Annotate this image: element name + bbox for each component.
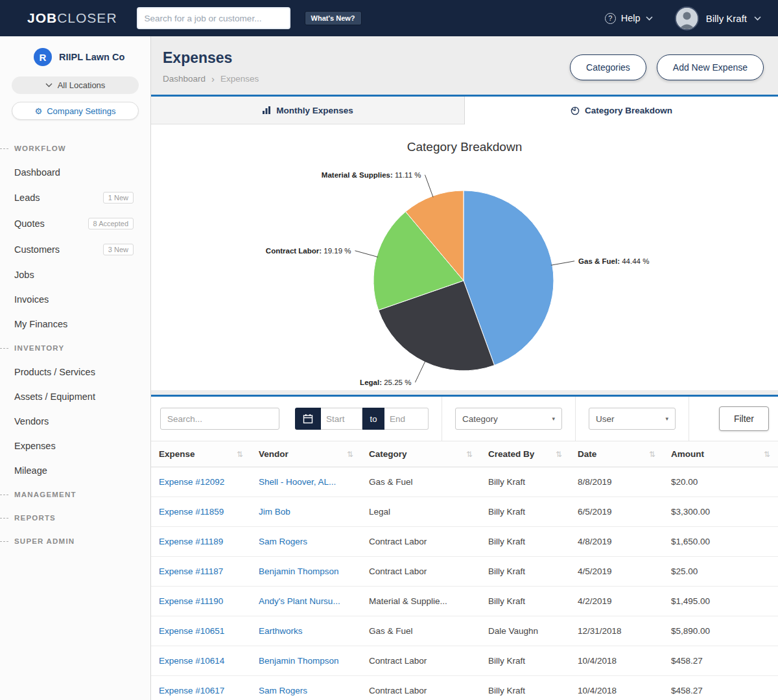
date-cell: 4/2/2019 [570,587,663,616]
column-header-date[interactable]: Date⇅ [570,441,663,467]
breadcrumb-dashboard[interactable]: Dashboard [163,74,206,84]
section-dash [0,541,8,542]
table-row[interactable]: Expense #11859 Jim Bob Legal Billy Kraft… [151,497,778,527]
amount-cell: $20.00 [663,467,778,496]
vendor-link[interactable]: Shell - Hoover, AL... [251,467,361,496]
whats-new-button[interactable]: What's New? [305,11,362,25]
category-cell: Contract Labor [361,557,480,586]
table-row[interactable]: Expense #11189 Sam Rogers Contract Labor… [151,527,778,557]
expense-link[interactable]: Expense #10617 [151,676,251,700]
vendor-link[interactable]: Benjamin Thompson [251,557,361,586]
column-header-category[interactable]: Category⇅ [361,441,480,467]
company-settings-button[interactable]: ⚙ Company Settings [12,102,139,120]
user-menu[interactable]: Billy Kraft [675,6,761,30]
category-breakdown-chart-panel: Category Breakdown Gas & Fuel: 44.44 %Le… [151,124,778,390]
panel-gap [151,390,778,395]
filter-button[interactable]: Filter [719,406,769,431]
table-row[interactable]: Expense #12092 Shell - Hoover, AL... Gas… [151,467,778,497]
pie-leader-line [415,361,425,382]
vendor-link[interactable]: Andy's Plant Nursu... [251,587,361,616]
all-locations-dropdown[interactable]: All Locations [12,76,139,94]
sidebar-item-leads[interactable]: Leads 1 New [0,185,150,211]
help-menu[interactable]: ? Help [605,13,653,24]
amount-cell: $3,300.00 [663,497,778,526]
chevron-down-icon [754,16,761,21]
expense-link[interactable]: Expense #11190 [151,587,251,616]
created-by-cell: Billy Kraft [480,527,570,556]
sidebar-item-invoices[interactable]: Invoices [0,287,150,312]
global-search-input[interactable] [137,7,290,29]
section-heading-management[interactable]: MANAGEMENT [0,483,150,506]
bar-chart-icon [262,106,271,115]
pie-slice-label: Contract Labor: 19.19 % [266,247,351,255]
table-search-input[interactable] [160,408,279,430]
created-by-cell: Billy Kraft [480,497,570,526]
company-name: RIIPL Lawn Co [59,52,124,62]
section-heading-reports[interactable]: REPORTS [0,506,150,530]
created-by-cell: Billy Kraft [480,467,570,496]
sidebar: R RIIPL Lawn Co All Locations ⚙ Company … [0,36,151,700]
categories-button[interactable]: Categories [570,54,646,80]
sidebar-item-customers[interactable]: Customers 3 New [0,237,150,262]
expense-link[interactable]: Expense #12092 [151,467,251,496]
sidebar-item-jobs[interactable]: Jobs [0,262,150,287]
person-icon [676,8,698,29]
date-cell: 4/8/2019 [570,527,663,556]
column-header-amount[interactable]: Amount⇅ [663,441,778,467]
expense-link[interactable]: Expense #10614 [151,646,251,675]
leads-badge: 1 New [103,192,134,204]
sidebar-item-mileage[interactable]: Mileage [0,458,150,483]
vendor-link[interactable]: Sam Rogers [251,527,361,556]
start-date-input[interactable] [321,408,362,430]
category-select[interactable]: Category ▾ [455,408,562,430]
table-row[interactable]: Expense #11187 Benjamin Thompson Contrac… [151,557,778,587]
filter-divider [575,397,576,441]
calendar-button[interactable] [295,408,321,430]
column-header-vendor[interactable]: Vendor⇅ [251,441,361,467]
category-cell: Legal [361,497,480,526]
table-row[interactable]: Expense #11190 Andy's Plant Nursu... Mat… [151,587,778,616]
sidebar-item-expenses[interactable]: Expenses [0,434,150,458]
section-heading-super-admin[interactable]: SUPER ADMIN [0,530,150,553]
tab-monthly-expenses[interactable]: Monthly Expenses [151,97,464,124]
navbar-right: ? Help Billy Kraft [605,6,761,30]
category-cell: Contract Labor [361,527,480,556]
amount-cell: $25.00 [663,557,778,586]
vendor-link[interactable]: Benjamin Thompson [251,646,361,675]
expense-link[interactable]: Expense #11859 [151,497,251,526]
table-row[interactable]: Expense #10651 Earthworks Gas & Fuel Dal… [151,616,778,646]
tab-category-breakdown[interactable]: Category Breakdown [464,97,778,124]
pie-leader-line [425,175,433,198]
sidebar-item-my-finances[interactable]: My Finances [0,312,150,336]
quotes-badge: 8 Accepted [88,218,134,229]
sort-icon: ⇅ [466,450,473,459]
date-cell: 4/5/2019 [570,557,663,586]
vendor-link[interactable]: Jim Bob [251,497,361,526]
sidebar-item-vendors[interactable]: Vendors [0,409,150,434]
category-cell: Contract Labor [361,646,480,675]
expenses-data-panel: to Category ▾ User ▾ Filter Expense⇅ V [151,395,778,700]
vendor-link[interactable]: Sam Rogers [251,676,361,700]
created-by-cell: Billy Kraft [480,676,570,700]
sidebar-item-assets-equipment[interactable]: Assets / Equipment [0,384,150,409]
expense-link[interactable]: Expense #11189 [151,527,251,556]
table-row[interactable]: Expense #10614 Benjamin Thompson Contrac… [151,646,778,676]
sidebar-item-products-services[interactable]: Products / Services [0,360,150,384]
app-logo[interactable]: JOBCLOSER [27,10,117,26]
main-content: Expenses Dashboard › Expenses Categories… [151,36,778,700]
vendor-link[interactable]: Earthworks [251,616,361,646]
column-header-expense[interactable]: Expense⇅ [151,441,251,467]
add-new-expense-button[interactable]: Add New Expense [657,54,764,80]
column-header-created-by[interactable]: Created By⇅ [480,441,570,467]
customers-badge: 3 New [103,244,134,255]
end-date-input[interactable] [384,408,429,430]
sort-icon: ⇅ [237,450,243,459]
sidebar-item-quotes[interactable]: Quotes 8 Accepted [0,211,150,237]
expense-link[interactable]: Expense #10651 [151,616,251,646]
sort-icon: ⇅ [649,450,655,459]
expense-link[interactable]: Expense #11187 [151,557,251,586]
user-select[interactable]: User ▾ [589,408,676,430]
table-row[interactable]: Expense #10617 Sam Rogers Contract Labor… [151,676,778,700]
help-icon: ? [605,13,616,24]
sidebar-item-dashboard[interactable]: Dashboard [0,160,150,185]
